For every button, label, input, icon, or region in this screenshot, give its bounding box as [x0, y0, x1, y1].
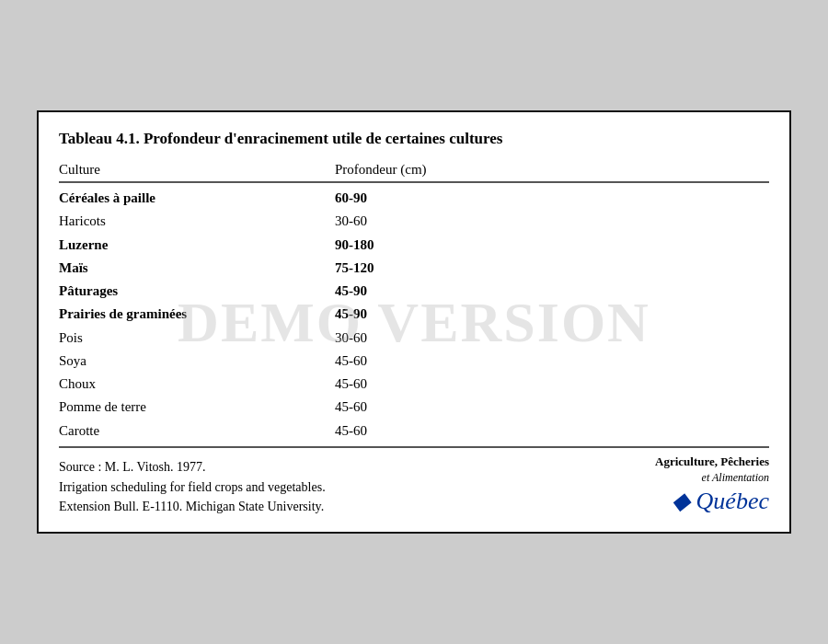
- table-row: Choux45-60: [59, 373, 769, 396]
- footer: Source : M. L. Vitosh. 1977. Irrigation …: [59, 452, 769, 517]
- logo-title: Agriculture, Pêcheries: [655, 454, 769, 470]
- row-culture: Pomme de terre: [59, 397, 335, 418]
- row-depth: 90-180: [335, 235, 519, 256]
- table-row: Maïs75-120: [59, 257, 769, 280]
- table-row: Carotte45-60: [59, 420, 769, 443]
- table-row: Céréales à paille60-90: [59, 187, 769, 210]
- row-culture: Pâturages: [59, 281, 335, 302]
- row-culture: Haricots: [59, 211, 335, 232]
- row-culture: Choux: [59, 374, 335, 395]
- row-depth: 30-60: [335, 328, 519, 349]
- logo-subtitle: et Alimentation: [655, 470, 769, 485]
- header-culture: Culture: [59, 162, 335, 178]
- table-row: Luzerne90-180: [59, 234, 769, 257]
- row-depth: 60-90: [335, 188, 519, 209]
- table-header: Culture Profondeur (cm): [59, 162, 769, 178]
- row-culture: Maïs: [59, 258, 335, 279]
- table-row: Pois30-60: [59, 327, 769, 350]
- divider-bottom: [59, 446, 769, 448]
- table-row: Pâturages45-90: [59, 280, 769, 303]
- row-depth: 45-60: [335, 351, 519, 372]
- row-culture: Carotte: [59, 420, 335, 442]
- table-body: Céréales à paille60-90Haricots30-60Luzer…: [59, 187, 769, 443]
- table-row: Pomme de terre45-60: [59, 396, 769, 419]
- row-depth: 45-90: [335, 304, 519, 325]
- row-culture: Pois: [59, 328, 335, 349]
- source-line2: Irrigation scheduling for field crops an…: [59, 477, 326, 498]
- logo-block: Agriculture, Pêcheries et Alimentation ◆…: [655, 454, 769, 517]
- row-culture: Luzerne: [59, 235, 335, 256]
- row-depth: 30-60: [335, 211, 519, 232]
- divider-top: [59, 181, 769, 183]
- table-title: Tableau 4.1. Profondeur d'enracinement u…: [59, 129, 769, 149]
- header-depth: Profondeur (cm): [335, 162, 519, 178]
- source-line1: Source : M. L. Vitosh. 1977.: [59, 457, 326, 477]
- card: DEMO VERSION Tableau 4.1. Profondeur d'e…: [37, 110, 791, 534]
- row-culture: Céréales à paille: [59, 188, 335, 209]
- row-depth: 45-60: [335, 374, 519, 395]
- logo-quebec: ◆ Québec: [655, 485, 769, 517]
- row-depth: 75-120: [335, 258, 519, 279]
- table-row: Prairies de graminées45-90: [59, 303, 769, 326]
- table-row: Soya45-60: [59, 350, 769, 373]
- row-depth: 45-60: [335, 397, 519, 418]
- source-block: Source : M. L. Vitosh. 1977. Irrigation …: [59, 457, 326, 517]
- row-depth: 45-90: [335, 281, 519, 302]
- table-row: Haricots30-60: [59, 210, 769, 233]
- row-depth: 45-60: [335, 420, 519, 442]
- row-culture: Prairies de graminées: [59, 304, 335, 325]
- source-line3: Extension Bull. E-1110. Michigan State U…: [59, 497, 326, 517]
- row-culture: Soya: [59, 351, 335, 372]
